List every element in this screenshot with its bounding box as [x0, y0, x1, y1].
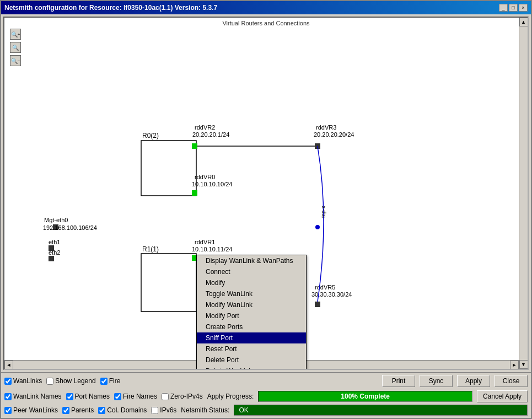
vertical-scrollbar[interactable]: ▲ ▼	[519, 18, 528, 369]
wanlinks-checkbox-label[interactable]: WanLinks	[4, 377, 42, 385]
router-r0-box[interactable]	[141, 141, 196, 196]
wanlink-names-checkbox-label[interactable]: WanLink Names	[4, 393, 62, 400]
show-legend-checkbox[interactable]	[46, 378, 53, 385]
fire-names-label: Fire Names	[123, 393, 157, 400]
port-names-checkbox[interactable]	[66, 393, 73, 400]
node-rddvr5-port[interactable]	[315, 302, 320, 307]
port-names-checkbox-label[interactable]: Port Names	[66, 393, 110, 400]
connection-dot	[315, 225, 320, 229]
context-menu: Display WanLink & WanPaths Connect Modif…	[196, 255, 307, 370]
peer-wanlinks-label: Peer WanLinks	[13, 406, 58, 414]
zero-ipv4s-checkbox[interactable]	[162, 393, 169, 400]
show-legend-label: Show Legend	[55, 377, 95, 385]
fire-checkbox-label[interactable]: Fire	[100, 377, 121, 385]
node-rddvr0-label2: 10.10.10.10/24	[192, 181, 232, 187]
node-rddvr0-port[interactable]	[192, 190, 197, 196]
menu-item-connect[interactable]: Connect	[197, 266, 306, 277]
maximize-button[interactable]: □	[509, 4, 518, 12]
parents-checkbox-label[interactable]: Parents	[62, 406, 94, 414]
connection-tcpx	[318, 146, 324, 302]
canvas-frame: Virtual Routers and Connections ▲ ▼ ◄ ► …	[3, 17, 529, 370]
peer-wanlinks-checkbox[interactable]	[4, 407, 12, 414]
status-text: OK	[239, 406, 248, 414]
node-eth2-port[interactable]	[49, 256, 54, 261]
wanlink-names-checkbox[interactable]	[4, 393, 12, 400]
toolbar-row3: Peer WanLinks Parents Col. Domains IPv6s…	[1, 404, 531, 418]
wanlinks-checkbox[interactable]	[4, 378, 12, 385]
zero-ipv4s-label: Zero-IPv4s	[170, 393, 203, 400]
bottom-section: WanLinks Show Legend Fire Print Sync App…	[1, 372, 531, 418]
node-rddvr0-label1: rddVR0	[195, 174, 215, 180]
fire-names-checkbox[interactable]	[114, 393, 121, 400]
node-eth2-label: eth2	[49, 249, 60, 256]
menu-item-modify[interactable]: Modify	[197, 277, 306, 288]
node-mgteth0-label2: 192.168.100.106/24	[43, 224, 97, 231]
menu-item-sniff-port[interactable]: Sniff Port	[197, 332, 306, 343]
ipv6s-label: IPv6s	[160, 406, 176, 414]
fire-label: Fire	[109, 377, 121, 385]
scroll-down-button[interactable]: ▼	[519, 360, 528, 369]
peer-wanlinks-checkbox-label[interactable]: Peer WanLinks	[4, 406, 58, 414]
scroll-track-v[interactable]	[519, 26, 528, 360]
node-rddvr2-port[interactable]	[192, 143, 197, 149]
scroll-right-button[interactable]: ►	[510, 361, 519, 369]
ipv6s-checkbox-label[interactable]: IPv6s	[151, 406, 176, 414]
close-button-bottom[interactable]: Close	[495, 375, 528, 387]
scroll-up-button[interactable]: ▲	[519, 18, 528, 26]
connection-label: tcp-x	[320, 206, 326, 218]
router-r1-label: R1(1)	[142, 245, 159, 253]
apply-button[interactable]: Apply	[457, 375, 490, 387]
node-eth1-label: eth1	[49, 239, 60, 245]
main-window: Netsmith configuration for Resource: lf0…	[0, 0, 532, 419]
col-domains-label: Col. Domains	[107, 406, 147, 414]
router-r1-box[interactable]	[141, 254, 196, 311]
node-rddvr5-label2: 30.30.30.30/24	[311, 291, 352, 298]
progress-bar: 100% Complete	[258, 391, 472, 402]
sync-button[interactable]: Sync	[420, 375, 453, 387]
menu-item-delete-wanlink[interactable]: Delete WanLink	[197, 366, 306, 370]
router-r0-label: R0(2)	[142, 132, 159, 139]
fire-checkbox[interactable]	[100, 378, 108, 385]
menu-item-toggle-wanlink[interactable]: Toggle WanLink	[197, 288, 306, 299]
col-domains-checkbox-label[interactable]: Col. Domains	[98, 406, 147, 414]
node-rddvr5-label1: rddVR5	[315, 284, 335, 291]
progress-bar-text: 100% Complete	[259, 391, 472, 401]
show-legend-checkbox-label[interactable]: Show Legend	[46, 377, 95, 385]
parents-label: Parents	[71, 406, 94, 414]
parents-checkbox[interactable]	[62, 407, 69, 414]
canvas-label: Virtual Routers and Connections	[220, 20, 311, 26]
wanlinks-label: WanLinks	[13, 377, 42, 385]
node-rddvr2-label2: 20.20.20.1/24	[192, 131, 229, 138]
fire-names-checkbox-label[interactable]: Fire Names	[114, 393, 157, 400]
menu-item-delete-port[interactable]: Delete Port	[197, 354, 306, 366]
zero-ipv4s-checkbox-label[interactable]: Zero-IPv4s	[162, 393, 203, 400]
menu-item-display-wanlink[interactable]: Display WanLink & WanPaths	[197, 255, 306, 266]
title-bar: Netsmith configuration for Resource: lf0…	[1, 1, 531, 14]
minimize-button[interactable]: _	[499, 4, 508, 12]
apply-progress-label: Apply Progress:	[207, 393, 254, 400]
wanlink-names-label: WanLink Names	[13, 393, 62, 400]
toolbar-row1: WanLinks Show Legend Fire Print Sync App…	[1, 373, 531, 389]
node-mgteth0-label1: Mgt-eth0	[44, 217, 68, 223]
col-domains-checkbox[interactable]	[98, 407, 105, 414]
netsmith-status-value: OK	[234, 405, 528, 416]
menu-item-modify-wanlink[interactable]: Modify WanLink	[197, 299, 306, 310]
menu-item-create-ports[interactable]: Create Ports	[197, 321, 306, 332]
ipv6s-checkbox[interactable]	[151, 407, 158, 414]
netsmith-status-label: Netsmith Status:	[181, 406, 229, 414]
cancel-apply-button[interactable]: Cancel Apply	[477, 390, 528, 402]
node-rddvr3-label2: 20.20.20.20/24	[314, 131, 354, 138]
port-names-label: Port Names	[75, 393, 110, 400]
menu-item-reset-port[interactable]: Reset Port	[197, 343, 306, 354]
scroll-left-button[interactable]: ◄	[4, 361, 13, 369]
node-rddvr1-label2: 10.10.10.11/24	[192, 246, 232, 253]
close-button[interactable]: ×	[519, 4, 528, 12]
menu-item-modify-port[interactable]: Modify Port	[197, 310, 306, 321]
node-rddvr2-label1: rddVR2	[195, 124, 215, 131]
node-rddvr3-label1: rddVR3	[316, 124, 336, 131]
print-button[interactable]: Print	[382, 375, 415, 387]
toolbar-row2: WanLink Names Port Names Fire Names Zero…	[1, 389, 531, 404]
node-rddvr1-label1: rddVR1	[195, 239, 215, 245]
window-title: Netsmith configuration for Resource: lf0…	[4, 4, 217, 12]
title-bar-buttons: _ □ ×	[499, 4, 528, 12]
